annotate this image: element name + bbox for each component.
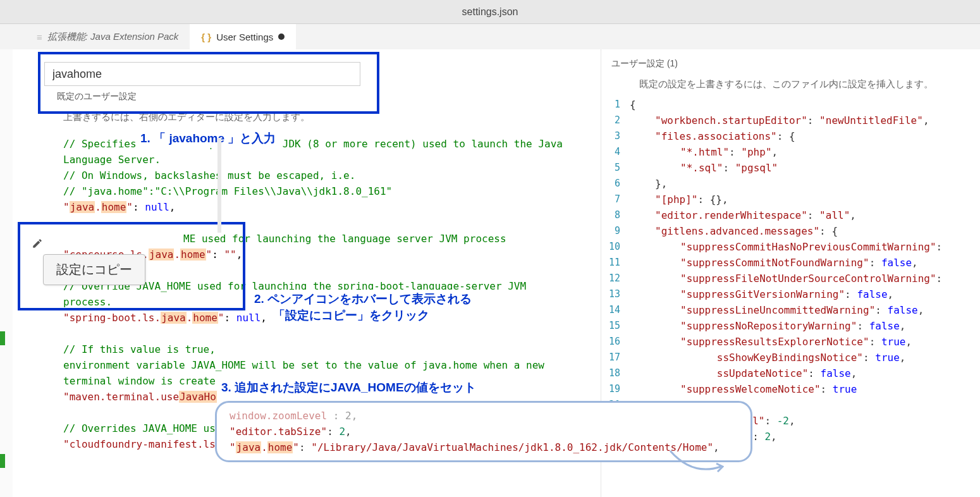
- left-gutter: [0, 49, 13, 497]
- callout-box: window.zoomLevel : 2, "editor.tabSize": …: [215, 401, 752, 462]
- minimap[interactable]: [217, 138, 221, 233]
- braces-icon: { }: [201, 32, 211, 42]
- tab-extension[interactable]: ≡ 拡張機能: Java Extension Pack: [25, 24, 190, 49]
- annotation-3: 3. 追加された設定にJAVA_HOMEの値をセット: [220, 378, 477, 397]
- hint-text: 既定の設定を上書きするには、このファイル内に設定を挿入します。: [601, 78, 980, 97]
- window-title: settings.json: [0, 0, 980, 24]
- section-title: 既定のユーザー設定: [13, 91, 601, 111]
- annotation-2b: 「設定にコピー」をクリック: [272, 306, 431, 325]
- change-marker: [0, 331, 5, 345]
- tab-user-settings[interactable]: { } User Settings: [190, 24, 296, 49]
- pencil-icon[interactable]: [32, 238, 43, 249]
- settings-search-input[interactable]: [44, 62, 360, 86]
- copy-to-settings-tooltip[interactable]: 設定にコピー: [43, 254, 145, 285]
- hint-text: 上書きするには、右側のエディターに設定を入力します。: [13, 111, 601, 123]
- change-marker: [0, 454, 5, 468]
- tab-bar: ≡ 拡張機能: Java Extension Pack { } User Set…: [0, 24, 980, 49]
- tab-label: 拡張機能: Java Extension Pack: [47, 31, 179, 43]
- section-title: ユーザー設定 (1): [601, 58, 980, 78]
- annotation-1: 1. 「 javahome 」と入力: [139, 129, 277, 148]
- dirty-indicator-icon: [278, 34, 285, 40]
- list-icon: ≡: [37, 32, 42, 42]
- user-settings-code[interactable]: 1{ 2"workbench.startupEditor": "newUntit…: [601, 97, 980, 445]
- tab-label: User Settings: [216, 32, 273, 42]
